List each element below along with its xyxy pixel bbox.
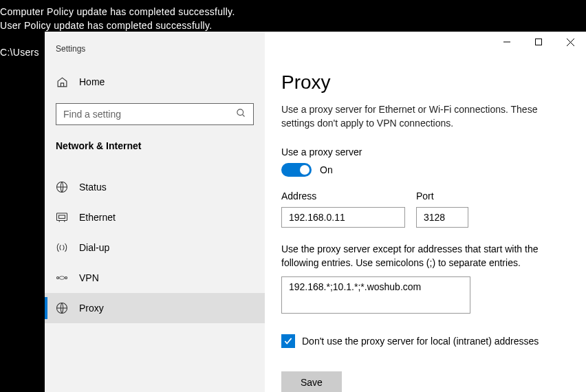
search-input[interactable] [63, 109, 236, 120]
nav-vpn[interactable]: VPN [45, 263, 265, 293]
ethernet-icon [56, 211, 68, 224]
local-checkbox[interactable] [281, 334, 295, 348]
close-button[interactable] [554, 32, 586, 52]
svg-line-5 [242, 114, 244, 116]
home-label: Home [79, 76, 105, 87]
window-title: Settings [45, 44, 265, 54]
content-panel: Proxy Use a proxy server for Ethernet or… [265, 32, 586, 392]
nav-label: VPN [79, 272, 99, 283]
terminal-line: Computer Policy update has completed suc… [0, 6, 586, 19]
minimize-button[interactable] [491, 32, 523, 52]
port-input[interactable] [416, 207, 468, 228]
local-checkbox-row: Don't use the proxy server for local (in… [281, 334, 569, 348]
svg-rect-1 [536, 39, 542, 45]
search-icon [236, 108, 246, 121]
svg-rect-11 [59, 215, 65, 219]
status-icon [56, 181, 68, 193]
toggle-state: On [320, 164, 333, 175]
search-box[interactable] [56, 103, 254, 125]
proxy-icon [56, 302, 68, 314]
dialup-icon [56, 241, 68, 254]
maximize-button[interactable] [523, 32, 554, 52]
window-controls [491, 32, 586, 52]
terminal-line: User Policy update has completed success… [0, 19, 586, 33]
svg-rect-8 [57, 213, 67, 221]
svg-point-4 [237, 109, 243, 115]
address-input[interactable] [281, 207, 405, 228]
svg-point-12 [57, 277, 59, 279]
nav-label: Dial-up [79, 242, 109, 253]
nav-dialup[interactable]: Dial-up [45, 232, 265, 263]
nav-label: Ethernet [79, 212, 116, 223]
vpn-icon [56, 272, 68, 284]
svg-point-13 [65, 277, 67, 279]
nav-items: Status Ethernet Dial-up VPN [45, 172, 265, 323]
settings-window: Settings Home Network & Internet Status [45, 32, 586, 392]
local-checkbox-label: Don't use the proxy server for local (in… [302, 336, 539, 347]
address-port-row: Address Port [281, 190, 569, 228]
nav-proxy[interactable]: Proxy [45, 293, 265, 323]
address-label: Address [281, 190, 405, 202]
page-title: Proxy [281, 72, 569, 94]
home-icon [56, 76, 68, 88]
sidebar: Settings Home Network & Internet Status [45, 32, 265, 392]
save-button[interactable]: Save [281, 371, 342, 392]
section-header: Network & Internet [45, 140, 265, 151]
port-label: Port [416, 190, 468, 202]
exception-label: Use the proxy server except for addresse… [281, 243, 569, 270]
nav-label: Status [79, 182, 107, 193]
nav-label: Proxy [79, 303, 104, 314]
nav-status[interactable]: Status [45, 172, 265, 202]
proxy-toggle[interactable] [281, 163, 312, 177]
use-proxy-label: Use a proxy server [281, 146, 569, 157]
toggle-row: On [281, 163, 569, 177]
intro-text: Use a proxy server for Ethernet or Wi-Fi… [281, 103, 569, 130]
exception-input[interactable] [281, 276, 470, 314]
home-nav[interactable]: Home [45, 76, 265, 88]
nav-ethernet[interactable]: Ethernet [45, 202, 265, 232]
